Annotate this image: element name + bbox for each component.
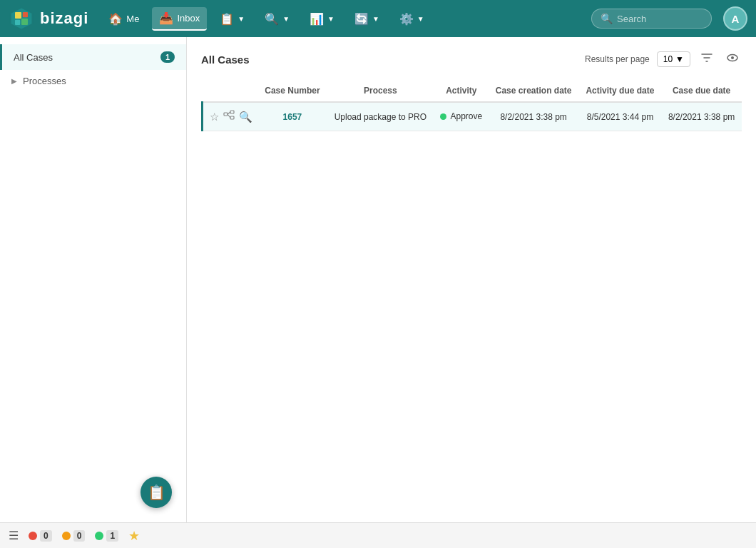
green-status-count: 1: [106, 530, 118, 542]
navbar: bizagi 🏠 Me 📥 Inbox 📋 ▼ 🔍 ▼ 📊 ▼ 🔄 ▼ ⚙️ ▼…: [0, 0, 756, 37]
nav-cases[interactable]: 📋 ▼: [213, 8, 252, 30]
content-header: All Cases Results per page 10 ▼: [201, 49, 742, 70]
process-value: Upload package to PRO: [334, 112, 426, 122]
hamburger-icon[interactable]: ☰: [9, 529, 19, 542]
search-icon: 🔍: [601, 13, 613, 24]
refresh-arrow: ▼: [372, 15, 379, 23]
refresh-icon: 🔄: [354, 12, 369, 26]
all-cases-label: All Cases: [14, 52, 53, 63]
search-arrow: ▼: [282, 15, 290, 23]
creation-date-value: 8/2/2021 3:38 pm: [500, 112, 566, 122]
search-action-icon[interactable]: 🔍: [239, 111, 252, 123]
case-due-date-value: 8/2/2021 3:38 pm: [668, 112, 735, 122]
col-creation-date: Case creation date: [489, 80, 579, 102]
avatar-label: A: [732, 13, 740, 25]
nav-inbox[interactable]: 📥 Inbox: [152, 7, 207, 31]
nav-refresh[interactable]: 🔄 ▼: [347, 8, 387, 30]
svg-rect-3: [15, 12, 21, 19]
col-case-number: Case Number: [258, 80, 327, 102]
svg-rect-6: [21, 19, 28, 25]
all-cases-badge: 1: [160, 51, 175, 63]
yellow-status-count: 0: [73, 530, 86, 542]
results-per-page-select[interactable]: 10 ▼: [657, 51, 690, 67]
logo-text: bizagi: [40, 9, 88, 28]
status-group-red: 0: [29, 530, 52, 542]
row-actions-cell: ☆ 🔍: [203, 102, 259, 131]
select-arrow-icon: ▼: [675, 54, 684, 64]
svg-rect-10: [230, 111, 234, 113]
yellow-status-dot: [62, 532, 71, 540]
svg-rect-5: [15, 20, 20, 25]
col-case-due-date: Case due date: [661, 80, 742, 102]
page-title: All Cases: [201, 54, 250, 66]
eye-icon[interactable]: [723, 49, 742, 70]
col-activity: Activity: [434, 80, 489, 102]
processes-label: Processes: [23, 76, 66, 86]
col-actions: [203, 80, 259, 102]
nav-reports[interactable]: 📊 ▼: [302, 8, 342, 30]
settings-icon: ⚙️: [399, 12, 414, 26]
status-group-green: 1: [95, 530, 118, 542]
cases-arrow: ▼: [237, 15, 245, 23]
activity-label: Approve: [450, 111, 482, 121]
nav-settings[interactable]: ⚙️ ▼: [392, 8, 431, 30]
activity-due-date-cell: 8/5/2021 3:44 pm: [579, 102, 662, 131]
cases-table: Case Number Process Activity Case creati…: [201, 80, 742, 131]
avatar[interactable]: A: [723, 6, 747, 31]
process-cell: Upload package to PRO: [327, 102, 434, 131]
process-action-icon[interactable]: [223, 110, 235, 123]
col-activity-due-date: Activity due date: [579, 80, 662, 102]
bottom-bar: ☰ 0 0 1 ★: [0, 522, 756, 548]
creation-date-cell: 8/2/2021 3:38 pm: [489, 102, 579, 131]
search-nav-icon: 🔍: [265, 12, 279, 26]
col-process: Process: [327, 80, 434, 102]
table-body: ☆ 🔍: [203, 102, 742, 131]
activity-due-date-value: 8/5/2021 3:44 pm: [587, 112, 653, 122]
reports-arrow: ▼: [327, 15, 334, 23]
sidebar: All Cases 1 ▶ Processes 📋: [0, 37, 187, 522]
red-status-count: 0: [40, 530, 52, 542]
svg-point-8: [731, 56, 734, 59]
content-controls: Results per page 10 ▼: [585, 49, 742, 70]
activity-cell: Approve: [434, 102, 489, 131]
green-status-dot: [95, 532, 103, 540]
table-row[interactable]: ☆ 🔍: [203, 102, 742, 131]
red-status-dot: [29, 532, 37, 540]
bizagi-logo-icon: [9, 6, 34, 31]
svg-line-13: [228, 114, 230, 118]
results-value: 10: [663, 54, 673, 64]
svg-rect-11: [230, 116, 234, 119]
sidebar-item-processes[interactable]: ▶ Processes: [0, 70, 186, 92]
main-layout: All Cases 1 ▶ Processes 📋 All Cases Resu…: [0, 37, 756, 522]
case-number-link[interactable]: 1657: [283, 112, 302, 122]
status-dot: [440, 113, 446, 120]
home-icon: 🏠: [108, 12, 123, 26]
logo[interactable]: bizagi: [9, 6, 88, 31]
nav-search[interactable]: 🔍 ▼: [257, 8, 297, 30]
search-input[interactable]: [617, 14, 703, 24]
main-content: All Cases Results per page 10 ▼: [187, 37, 756, 522]
status-group-yellow: 0: [62, 530, 86, 542]
svg-rect-4: [23, 12, 28, 17]
cases-icon: 📋: [220, 12, 234, 26]
filter-icon[interactable]: [698, 49, 716, 70]
row-actions: ☆ 🔍: [208, 110, 254, 123]
nav-me-label: Me: [126, 14, 139, 24]
case-number-cell: 1657: [258, 102, 327, 131]
results-per-page-label: Results per page: [585, 54, 650, 64]
star-icon[interactable]: ★: [128, 528, 140, 544]
sidebar-item-all-cases[interactable]: All Cases 1: [0, 44, 186, 70]
inbox-icon: 📥: [159, 11, 173, 25]
table-header: Case Number Process Activity Case creati…: [203, 80, 742, 102]
star-action-icon[interactable]: ☆: [210, 111, 219, 123]
reports-icon: 📊: [310, 12, 324, 26]
nav-me[interactable]: 🏠 Me: [101, 8, 146, 30]
table-header-row: Case Number Process Activity Case creati…: [203, 80, 742, 102]
fab-button[interactable]: 📋: [141, 477, 172, 508]
search-bar[interactable]: 🔍: [591, 9, 712, 29]
svg-rect-9: [224, 113, 228, 116]
nav-inbox-label: Inbox: [177, 13, 200, 24]
svg-line-12: [228, 112, 230, 114]
sidebar-item-left: All Cases: [14, 52, 53, 63]
settings-arrow: ▼: [417, 15, 424, 23]
